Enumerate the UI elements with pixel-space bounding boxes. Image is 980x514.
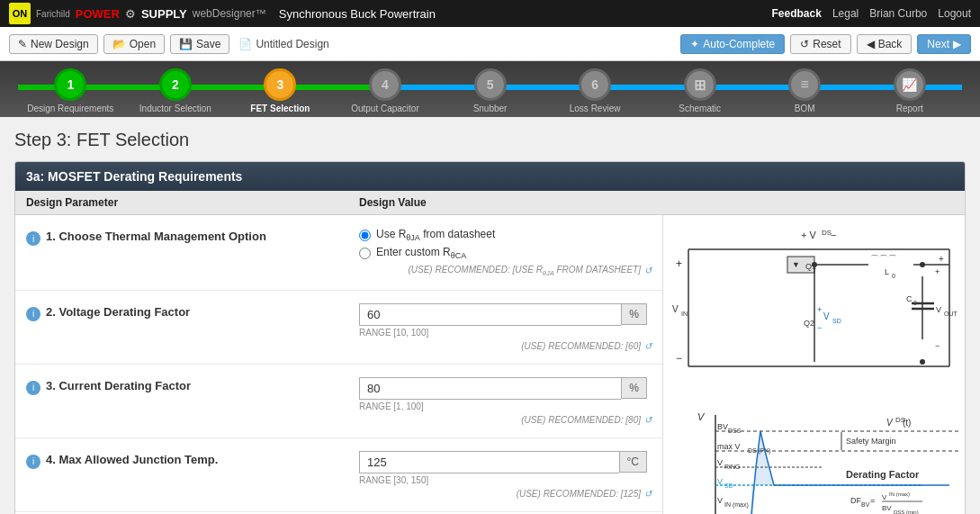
step-3[interactable]: 3 FET Selection xyxy=(228,68,333,113)
step-schematic[interactable]: ⊞ Schematic xyxy=(647,68,752,113)
top-bar: ON Farichild POWER ⚙ SUPPLY webDesigner™… xyxy=(0,0,980,27)
voltage-input[interactable] xyxy=(359,303,621,326)
param-name-junction: 4. Max Allowed Junction Temp. xyxy=(46,453,218,466)
svg-text:Safety Margin: Safety Margin xyxy=(846,437,896,446)
svg-text:=: = xyxy=(870,496,875,505)
svg-text:SD: SD xyxy=(724,482,733,489)
radio-rthca[interactable]: Enter custom RθCA xyxy=(359,246,652,260)
step-6[interactable]: 6 Loss Review xyxy=(543,68,648,113)
brand-web: webDesigner™ xyxy=(193,7,266,20)
current-recommend: (USE) RECOMMENDED: [80] ↺ xyxy=(359,415,652,425)
farichild-logo: Farichild xyxy=(36,9,70,19)
col-param-header: Design Parameter xyxy=(15,191,348,214)
svg-text:SD: SD xyxy=(832,318,841,324)
svg-text:V: V xyxy=(717,458,723,467)
section-header: 3a: MOSFET Derating Requirements xyxy=(15,162,965,191)
user-link[interactable]: Brian Curbo xyxy=(869,7,927,20)
step-report-label: Report xyxy=(896,104,923,113)
content-with-diagram: i 1. Choose Thermal Management Option Us… xyxy=(15,215,965,514)
step-5-label: Snubber xyxy=(473,104,508,113)
step-2[interactable]: 2 Inductor Selection xyxy=(123,68,229,113)
next-button[interactable]: Next ▶ xyxy=(917,34,971,54)
svg-text:V: V xyxy=(882,493,887,501)
progress-bar: 1 Design Requirements 2 Inductor Selecti… xyxy=(0,61,980,117)
param-row-thermal: i 1. Choose Thermal Management Option Us… xyxy=(15,215,662,291)
reset-button[interactable]: ↺ Reset xyxy=(790,34,850,54)
svg-text:DF: DF xyxy=(850,496,861,505)
svg-text:+: + xyxy=(939,254,944,264)
thermal-recommend: (USE) RECOMMENDED: [USE RθJA FROM DATASH… xyxy=(359,265,652,277)
step-4-label: Output Capacitor xyxy=(351,104,419,113)
save-button[interactable]: 💾 Save xyxy=(170,34,229,54)
voltage-refresh-icon[interactable]: ↺ xyxy=(644,341,652,351)
brand-power: POWER xyxy=(76,7,120,21)
legal-link[interactable]: Legal xyxy=(832,7,859,20)
thermal-refresh-icon[interactable]: ↺ xyxy=(644,266,652,275)
derating-diagram: V t BV DSS max V DS (PK) Safety Margin xyxy=(670,406,966,514)
svg-text:+: + xyxy=(935,267,940,276)
step-bom[interactable]: ≡ BOM xyxy=(752,68,858,113)
svg-text:Derating Factor: Derating Factor xyxy=(846,469,920,480)
current-refresh-icon[interactable]: ↺ xyxy=(644,415,652,425)
radio-rthja-label: Use RθJA from datasheet xyxy=(376,228,495,242)
svg-text:Q2: Q2 xyxy=(804,319,814,328)
step-4[interactable]: 4 Output Capacitor xyxy=(333,68,438,113)
save-icon: 💾 xyxy=(179,38,193,50)
radio-rthja[interactable]: Use RθJA from datasheet xyxy=(359,228,652,242)
junction-refresh-icon[interactable]: ↺ xyxy=(644,489,652,499)
brand-title: Synchronous Buck Powertrain xyxy=(279,7,436,21)
svg-text:L: L xyxy=(885,267,889,276)
svg-text:(t): (t) xyxy=(903,418,911,428)
wand-icon: ✦ xyxy=(690,38,699,50)
progress-track: 1 Design Requirements 2 Inductor Selecti… xyxy=(0,68,980,113)
step-1-circle: 1 xyxy=(54,68,86,101)
svg-text:−: − xyxy=(817,323,822,332)
step-report-circle: 📈 xyxy=(894,68,926,101)
junction-input-group: °C xyxy=(359,451,647,473)
current-range: RANGE [1, 100] xyxy=(359,401,652,411)
svg-text:V: V xyxy=(717,496,723,505)
step-1[interactable]: 1 Design Requirements xyxy=(18,68,123,113)
open-button[interactable]: 📂 Open xyxy=(103,34,165,54)
radio-rthja-input[interactable] xyxy=(359,230,371,241)
param-col-thermal: i 1. Choose Thermal Management Option xyxy=(15,224,348,251)
param-name-thermal: 1. Choose Thermal Management Option xyxy=(46,230,266,243)
current-input-group: % xyxy=(359,377,647,400)
value-col-junction: °C RANGE [30, 150] (USE) RECOMMENDED: [1… xyxy=(348,447,662,502)
voltage-recommend: (USE) RECOMMENDED: [60] ↺ xyxy=(359,341,652,351)
svg-rect-38 xyxy=(670,406,966,514)
info-icon-thermal[interactable]: i xyxy=(26,231,40,246)
junction-input[interactable] xyxy=(359,451,619,473)
param-row-current: i 3. Current Derating Factor % RANGE [1,… xyxy=(15,365,662,438)
step-report[interactable]: 📈 Report xyxy=(858,68,963,113)
svg-text:V: V xyxy=(717,477,723,486)
form-area: i 1. Choose Thermal Management Option Us… xyxy=(15,215,663,514)
circuit-diagram: + V DS − + − V IN xyxy=(670,222,966,402)
step-schematic-label: Schematic xyxy=(679,104,721,113)
radio-rthca-input[interactable] xyxy=(359,248,371,259)
info-icon-current[interactable]: i xyxy=(26,381,40,395)
svg-text:−: − xyxy=(935,341,940,350)
info-icon-voltage[interactable]: i xyxy=(26,307,40,321)
param-col-current: i 3. Current Derating Factor xyxy=(15,374,348,401)
auto-complete-button[interactable]: ✦ Auto-Complete xyxy=(680,34,785,54)
logout-link[interactable]: Logout xyxy=(938,7,971,20)
current-unit: % xyxy=(621,377,647,399)
info-icon-junction[interactable]: i xyxy=(26,455,40,469)
param-col-junction: i 4. Max Allowed Junction Temp. xyxy=(15,447,348,474)
feedback-link[interactable]: Feedback xyxy=(772,7,822,20)
step-5[interactable]: 5 Snubber xyxy=(437,68,543,113)
current-recommend-text: (USE) RECOMMENDED: [80] xyxy=(521,415,641,425)
voltage-recommend-text: (USE) RECOMMENDED: [60] xyxy=(521,341,641,351)
toolbar: ✎ New Design 📂 Open 💾 Save 📄 Untitled De… xyxy=(0,27,980,61)
back-button[interactable]: ◀ Back xyxy=(857,34,913,54)
current-input[interactable] xyxy=(359,377,621,400)
param-name-voltage: 2. Voltage Derating Factor xyxy=(46,305,190,319)
step-3-label: FET Selection xyxy=(250,104,310,113)
new-design-button[interactable]: ✎ New Design xyxy=(9,34,98,54)
svg-text:0: 0 xyxy=(913,300,917,306)
open-icon: 📂 xyxy=(112,38,126,50)
svg-text:⌒⌒⌒: ⌒⌒⌒ xyxy=(870,254,897,264)
svg-point-34 xyxy=(920,262,925,267)
table-header: Design Parameter Design Value xyxy=(15,191,965,215)
